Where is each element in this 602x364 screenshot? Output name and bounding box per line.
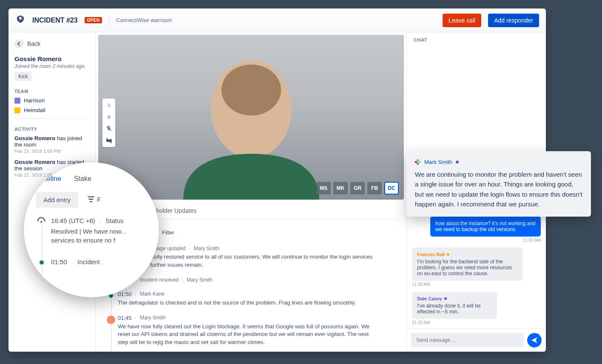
tl-time: 01:45: [118, 315, 132, 321]
timeline-item: 01:45 · Mary Smith We have now fully cle…: [118, 315, 399, 352]
back-label: Back: [27, 40, 40, 47]
divider: [14, 119, 89, 119]
tl-meta-label: Incident resolved: [140, 277, 179, 283]
video-area[interactable]: ♫ ⎚ MS MK GR FB DC: [98, 35, 404, 200]
popout-body: We are continuing to monitor the problem…: [415, 169, 582, 209]
chat-message-time: 11:38 AM: [412, 282, 430, 287]
activity-section-label: ACTIVITY: [14, 127, 89, 132]
tl-author: Mary Smith: [140, 315, 166, 321]
header: INCIDENT #23 OPEN ConnectWise warroom Le…: [9, 8, 546, 32]
team-name: Heimdall: [24, 107, 45, 113]
room-subtitle: ConnectWise warroom: [116, 17, 172, 23]
chat-message-incoming: Frances Ball I'm looking for the backend…: [412, 248, 522, 281]
timeline-item: 16:45 · Statuspage updated · Mary Smith …: [118, 245, 399, 277]
participant-chip[interactable]: GR: [350, 182, 365, 195]
chat-header: CHAT: [407, 32, 546, 48]
zoom-tab-stakeholder[interactable]: Stake: [74, 175, 91, 183]
app-logo-icon: [15, 15, 26, 25]
tl-body: The defragulator is checked and is not t…: [118, 299, 377, 307]
zoom-status: Status: [105, 217, 124, 224]
team-item-harrison[interactable]: Harrison: [14, 97, 89, 104]
timeline-item: 01:50 · Mark Kane The defragulator is ch…: [118, 291, 399, 315]
kick-button[interactable]: Kick: [14, 72, 32, 81]
svg-point-0: [19, 17, 22, 20]
tl-author: Mark Kane: [140, 291, 165, 297]
mic-mute-icon[interactable]: [104, 124, 114, 133]
zoom-body: Resolved | We have now... services to en…: [51, 227, 147, 245]
zoom-lens-overlay: Timeline Stake Add entry F 16:45 (UTC +8…: [24, 162, 159, 297]
tl-time: 01:50: [118, 291, 132, 297]
person-name: Gossie Romero: [14, 55, 89, 62]
tl-body: We have now fully cleared out the Login …: [118, 323, 377, 347]
chat-message-time: 11:33 AM: [412, 320, 430, 325]
team-item-heimdall[interactable]: Heimdall: [14, 107, 89, 113]
back-arrow-icon: [14, 39, 24, 48]
participant-chip[interactable]: MK: [333, 182, 348, 195]
video-controls: ♫ ⎚: [102, 99, 115, 147]
music-icon[interactable]: ♫: [104, 100, 114, 110]
back-button[interactable]: Back: [14, 37, 89, 54]
status-badge: OPEN: [85, 17, 102, 23]
team-section-label: TEAM: [14, 89, 89, 94]
zoom-add-entry-button[interactable]: Add entry: [36, 192, 78, 208]
chat-input-row: [407, 328, 546, 352]
activity-time: Feb 21, 2019 1:56 PM: [14, 149, 89, 154]
chat-text: I'm looking for the backend side of the …: [417, 259, 512, 277]
screen-share-icon[interactable]: ⎚: [104, 112, 114, 121]
activity-actor: Gossie Romero: [14, 159, 55, 165]
chat-message-outgoing: how about the instance? it's not working…: [430, 216, 541, 237]
status-dot-icon: [40, 260, 44, 265]
participant-video-placeholder: [158, 35, 345, 200]
incident-title: INCIDENT #23: [32, 17, 78, 24]
svg-point-5: [40, 221, 43, 223]
tl-author: Mary Smith: [194, 245, 220, 251]
participant-chip[interactable]: FB: [367, 182, 382, 195]
team-swatch-icon: [14, 107, 20, 113]
tl-body: We have now fully restored service to al…: [118, 253, 377, 269]
activity-actor: Gossie Romero: [14, 135, 55, 141]
svg-point-2: [221, 65, 281, 116]
participant-chip-active[interactable]: DC: [384, 182, 399, 195]
divider: [109, 15, 109, 25]
add-responder-button[interactable]: Add responder: [488, 14, 539, 27]
slack-icon: [415, 159, 421, 165]
statuspage-icon: [37, 217, 47, 226]
zoom-time: 01:50: [51, 258, 67, 265]
chat-message-incoming: Dale Casey I've already done it, it will…: [412, 292, 497, 319]
team-swatch-icon: [14, 98, 20, 104]
popout-message-card: Mark Smith We are continuing to monitor …: [406, 151, 591, 217]
avatar-icon: [107, 316, 115, 324]
chat-text: I've already done it, it will be effecte…: [417, 303, 481, 315]
send-icon: [531, 336, 538, 344]
chat-author: Dale Casey: [417, 296, 492, 301]
chat-input[interactable]: [411, 333, 524, 347]
chat-message-time: 11:33 AM: [523, 238, 541, 243]
zoom-time: 16:45 (UTC +8): [51, 217, 95, 224]
joined-text: Joined the room 2 minutes ago.: [14, 63, 89, 69]
presence-dot-icon: [456, 161, 459, 164]
activity-item: Gossie Romero has joined the room Feb 21…: [14, 135, 89, 154]
timeline-item: 09:41 · Incident resolved · Mary Smith: [118, 277, 399, 291]
team-name: Harrison: [24, 97, 45, 104]
popout-author: Mark Smith: [415, 159, 582, 165]
zoom-label: Incident: [77, 258, 100, 265]
camera-off-icon[interactable]: [104, 136, 114, 145]
send-button[interactable]: [527, 333, 542, 347]
tl-author: Mary Smith: [187, 277, 213, 283]
zoom-filter-button[interactable]: F: [88, 196, 101, 203]
participant-chips: MS MK GR FB DC: [316, 182, 399, 195]
filter-label: Filter: [162, 229, 174, 236]
chat-author: Frances Ball: [417, 252, 517, 257]
participant-chip[interactable]: MS: [316, 182, 331, 195]
leave-call-button[interactable]: Leave call: [443, 14, 481, 27]
filter-icon: [88, 196, 94, 202]
